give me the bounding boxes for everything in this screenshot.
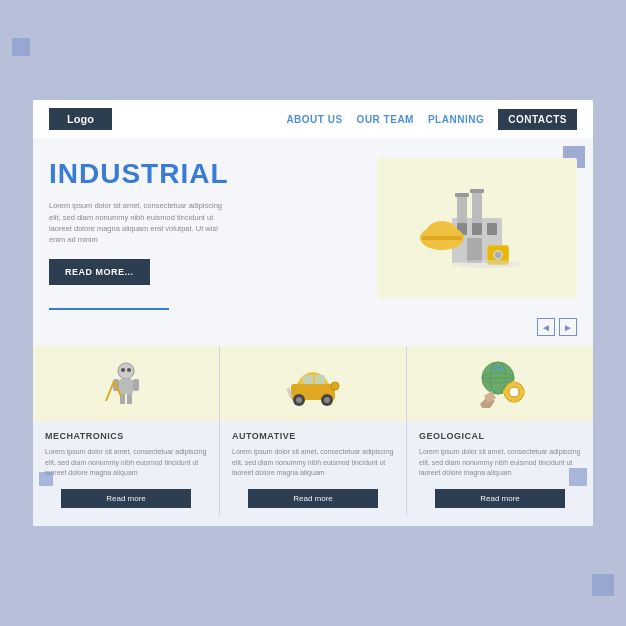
svg-rect-6 bbox=[472, 191, 482, 223]
cards-row: MECHATRONICS Lorem ipsum dolor sit amet,… bbox=[33, 346, 593, 516]
svg-point-41 bbox=[509, 387, 519, 397]
automative-image bbox=[220, 346, 406, 421]
geological-image bbox=[407, 346, 593, 421]
geological-text: Lorem ipsum dolor sit amet, consectetuar… bbox=[419, 447, 581, 479]
outer-deco-top-left bbox=[12, 38, 30, 56]
svg-rect-3 bbox=[487, 223, 497, 235]
automative-text: Lorem ipsum dolor sit amet, consectetuar… bbox=[232, 447, 394, 479]
automative-read-more[interactable]: Read more bbox=[248, 489, 378, 508]
svg-rect-11 bbox=[422, 236, 462, 240]
hero-title: INDUSTRIAL bbox=[49, 158, 367, 190]
geological-icon bbox=[470, 356, 530, 411]
automative-icon bbox=[283, 356, 343, 411]
hero-left: INDUSTRIAL Lorem ipsum dolor sit amet, c… bbox=[49, 158, 377, 298]
hero-section: INDUSTRIAL Lorem ipsum dolor sit amet, c… bbox=[33, 138, 593, 308]
nav-team[interactable]: OUR TEAM bbox=[357, 114, 414, 125]
carousel-next[interactable]: ► bbox=[559, 318, 577, 336]
nav-links: ABOUT US OUR TEAM PLANNING CONTACTS bbox=[286, 109, 577, 130]
svg-rect-22 bbox=[127, 394, 132, 404]
automative-title: AUTOMATIVE bbox=[232, 431, 394, 441]
svg-point-23 bbox=[121, 368, 125, 372]
card-mechatronics: MECHATRONICS Lorem ipsum dolor sit amet,… bbox=[33, 346, 220, 516]
svg-rect-43 bbox=[512, 399, 516, 403]
logo: Logo bbox=[49, 108, 112, 130]
read-more-button[interactable]: READ MORE... bbox=[49, 259, 150, 285]
svg-rect-8 bbox=[470, 189, 484, 193]
svg-rect-5 bbox=[457, 195, 467, 223]
mechatronics-title: MECHATRONICS bbox=[45, 431, 207, 441]
svg-rect-42 bbox=[512, 381, 516, 385]
svg-point-35 bbox=[331, 382, 339, 390]
deco-square-bottom-right bbox=[569, 468, 587, 486]
svg-point-16 bbox=[452, 260, 522, 268]
svg-rect-20 bbox=[133, 379, 139, 391]
navbar: Logo ABOUT US OUR TEAM PLANNING CONTACTS bbox=[33, 100, 593, 138]
mechatronics-read-more[interactable]: Read more bbox=[61, 489, 191, 508]
nav-contacts[interactable]: CONTACTS bbox=[498, 109, 577, 130]
mechatronics-image bbox=[33, 346, 219, 421]
svg-rect-45 bbox=[521, 390, 525, 394]
geological-title: GEOLOGICAL bbox=[419, 431, 581, 441]
geological-body: GEOLOGICAL Lorem ipsum dolor sit amet, c… bbox=[407, 421, 593, 516]
svg-line-25 bbox=[106, 381, 114, 401]
svg-rect-2 bbox=[472, 223, 482, 235]
geological-read-more[interactable]: Read more bbox=[435, 489, 565, 508]
automative-body: AUTOMATIVE Lorem ipsum dolor sit amet, c… bbox=[220, 421, 406, 516]
carousel-arrows: ◄ ► bbox=[33, 310, 593, 340]
svg-rect-4 bbox=[467, 238, 482, 263]
mechatronics-icon bbox=[96, 356, 156, 411]
svg-point-29 bbox=[296, 397, 302, 403]
card-geological: GEOLOGICAL Lorem ipsum dolor sit amet, c… bbox=[407, 346, 593, 516]
svg-rect-18 bbox=[119, 379, 133, 394]
nav-planning[interactable]: PLANNING bbox=[428, 114, 484, 125]
mechatronics-body: MECHATRONICS Lorem ipsum dolor sit amet,… bbox=[33, 421, 219, 516]
bottom-section: MECHATRONICS Lorem ipsum dolor sit amet,… bbox=[33, 346, 593, 526]
hero-body-text: Lorem ipsum dolor sit amet, consectetuar… bbox=[49, 200, 229, 245]
outer-deco-bottom-right bbox=[592, 574, 614, 596]
svg-point-10 bbox=[426, 221, 458, 245]
mechatronics-text: Lorem ipsum dolor sit amet, consectetuar… bbox=[45, 447, 207, 479]
page-wrapper: Logo ABOUT US OUR TEAM PLANNING CONTACTS… bbox=[33, 100, 593, 526]
svg-point-24 bbox=[127, 368, 131, 372]
svg-point-31 bbox=[324, 397, 330, 403]
svg-rect-33 bbox=[315, 375, 325, 384]
svg-rect-7 bbox=[455, 193, 469, 197]
svg-rect-32 bbox=[303, 375, 313, 384]
card-automative: AUTOMATIVE Lorem ipsum dolor sit amet, c… bbox=[220, 346, 407, 516]
hero-image-area bbox=[377, 158, 577, 298]
svg-rect-44 bbox=[503, 390, 507, 394]
svg-point-15 bbox=[495, 252, 501, 258]
deco-square-bottom-left bbox=[39, 472, 53, 486]
hero-illustration bbox=[397, 173, 557, 283]
svg-point-17 bbox=[118, 363, 134, 379]
nav-about[interactable]: ABOUT US bbox=[286, 114, 342, 125]
carousel-prev[interactable]: ◄ bbox=[537, 318, 555, 336]
